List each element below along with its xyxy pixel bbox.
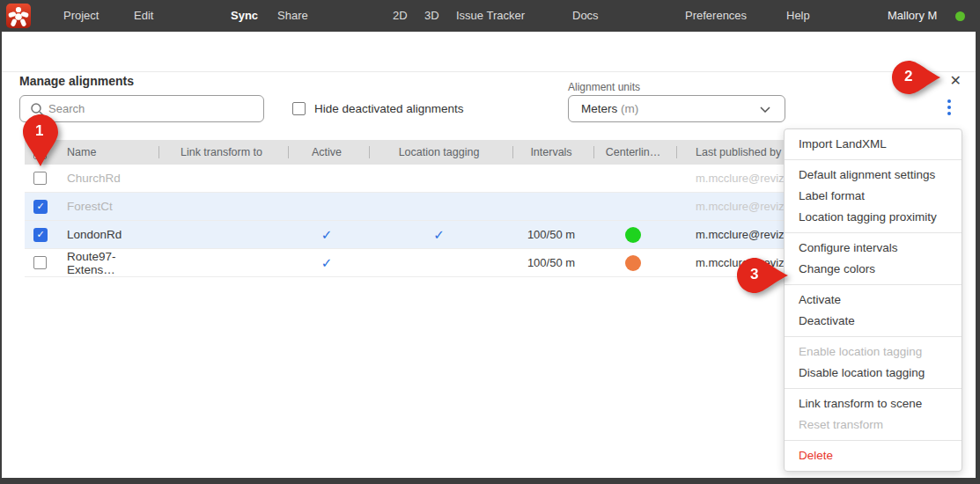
alignment-name: ForestCt (58, 200, 157, 213)
menu-item-disable-location-tagging[interactable]: Disable location tagging (785, 363, 962, 384)
intervals-value: 100/50 m (511, 228, 592, 241)
centerline-color-green-icon[interactable] (625, 227, 641, 243)
annotation-number: 1 (35, 122, 43, 140)
menu-edit[interactable]: Edit (134, 0, 153, 32)
hide-deactivated-label: Hide deactivated alignments (314, 102, 464, 115)
units-suffix: (m) (621, 102, 638, 115)
units-value: Meters (581, 102, 617, 115)
active-check-icon: ✓ (321, 255, 333, 271)
row-checkbox[interactable] (33, 256, 47, 269)
menu-item-configure-intervals[interactable]: Configure intervals (785, 238, 962, 259)
online-status-icon (955, 11, 965, 21)
intervals-value: 100/50 m (511, 256, 592, 269)
menu-share[interactable]: Share (277, 0, 308, 32)
menu-docs[interactable]: Docs (572, 0, 599, 32)
alignment-name: Route97-Extens… (58, 250, 157, 276)
column-name[interactable]: Name (58, 146, 157, 158)
alignment-units-select[interactable]: Meters (m) (568, 95, 785, 122)
annotation-pin-2: 2 (892, 61, 941, 94)
column-link-transform[interactable]: Link transform to (157, 146, 286, 158)
more-options-kebab-icon[interactable] (942, 95, 956, 121)
menu-item-delete[interactable]: Delete (785, 445, 962, 466)
alignment-units-label: Alignment units (568, 81, 640, 93)
menu-item-link-transform-to-scene[interactable]: Link transform to scene (785, 393, 962, 414)
menu-item-import-landxml[interactable]: Import LandXML (785, 134, 962, 155)
annotation-number: 3 (750, 266, 758, 283)
alignment-name: ChurchRd (58, 172, 157, 185)
pin-right-icon (892, 61, 941, 94)
close-icon[interactable]: ✕ (950, 74, 962, 88)
annotation-pin-3: 3 (737, 258, 789, 293)
manage-alignments-dialog: Manage alignments ✕ Hide deactivated ali… (2, 32, 976, 478)
checkbox-unchecked-icon[interactable] (292, 102, 306, 115)
menu-3d[interactable]: 3D (424, 0, 439, 32)
annotation-number: 2 (904, 68, 912, 85)
menu-item-change-colors[interactable]: Change colors (785, 259, 962, 280)
chevron-down-icon (760, 106, 770, 113)
menu-item-location-tagging-proximity[interactable]: Location tagging proximity (785, 207, 962, 228)
revizto-logo-icon[interactable] (6, 4, 31, 28)
dialog-title: Manage alignments (19, 74, 134, 88)
menu-project[interactable]: Project (63, 0, 99, 32)
alignment-name: LondonRd (58, 228, 157, 241)
column-active[interactable]: Active (286, 146, 367, 158)
hide-deactivated-checkbox[interactable]: Hide deactivated alignments (292, 102, 464, 115)
alignments-context-menu: Import LandXML Default alignment setting… (784, 128, 962, 472)
active-check-icon: ✓ (321, 227, 333, 243)
column-centerline[interactable]: Centerlin… (592, 146, 674, 158)
menu-item-activate[interactable]: Activate (785, 290, 962, 311)
top-menu-bar: Project Edit Sync Share 2D 3D Issue Trac… (0, 0, 980, 32)
menu-item-default-alignment-settings[interactable]: Default alignment settings (785, 165, 962, 186)
menu-2d[interactable]: 2D (393, 0, 408, 32)
menu-preferences[interactable]: Preferences (685, 0, 747, 32)
menu-issue-tracker[interactable]: Issue Tracker (456, 0, 525, 32)
location-tagging-check-icon: ✓ (433, 227, 445, 243)
row-checkbox-checked[interactable]: ✓ (33, 228, 48, 242)
menu-item-label-format[interactable]: Label format (785, 186, 962, 207)
search-input[interactable] (48, 97, 258, 121)
user-menu[interactable]: Mallory M (888, 0, 937, 32)
menu-item-reset-transform: Reset transform (785, 414, 962, 436)
menu-sync[interactable]: Sync (231, 0, 258, 32)
row-checkbox-checked[interactable]: ✓ (33, 200, 48, 214)
column-intervals[interactable]: Intervals (511, 146, 592, 158)
title-separator (2, 71, 976, 72)
menu-item-deactivate[interactable]: Deactivate (785, 311, 962, 332)
menu-help[interactable]: Help (786, 0, 810, 32)
column-location-tagging[interactable]: Location tagging (367, 146, 511, 158)
centerline-color-orange-icon[interactable] (625, 255, 641, 271)
pin-right-icon (737, 258, 789, 293)
row-checkbox[interactable] (33, 172, 47, 185)
annotation-pin-1: 1 (23, 114, 58, 167)
menu-item-enable-location-tagging: Enable location tagging (785, 341, 962, 363)
